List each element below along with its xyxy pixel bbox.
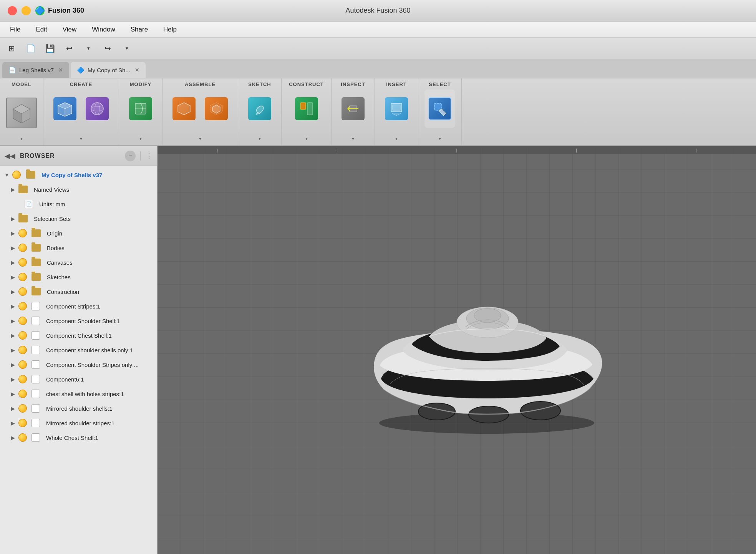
modify-button[interactable] [125,90,156,128]
fusion-logo-icon: 🔷 [35,6,45,16]
tree-component-shoulder-shells-only[interactable]: ▶ Component shoulder shells only:1 [0,343,157,357]
browser-collapse-button[interactable]: ◀◀ [5,152,15,160]
tree-root[interactable]: ▼ My Copy of Shells v37 [0,168,157,182]
3d-viewport[interactable]: | | | | | [158,146,756,554]
menubar: File Edit View Window Share Help [0,22,756,38]
tree-sketches[interactable]: ▶ Sketches [0,270,157,284]
tree-units[interactable]: 📄 Units: mm [0,197,157,211]
3d-object [352,265,621,435]
construction-label: Construction [47,289,154,295]
sketches-expand-icon[interactable]: ▶ [9,274,17,280]
bodies-expand-icon[interactable]: ▶ [9,245,17,251]
sketch-button[interactable] [244,90,275,128]
mirrored-stripes-checkbox[interactable] [32,419,40,427]
menu-help[interactable]: Help [161,24,179,35]
redo-button[interactable]: ↪ [100,41,115,56]
inspect-chevron-icon: ▾ [352,136,354,142]
comp-chest-shell-checkbox[interactable] [32,331,40,340]
comp-shoulder-shell-checkbox[interactable] [32,317,40,325]
named-views-expand-icon[interactable]: ▶ [9,187,17,192]
origin-expand-icon[interactable]: ▶ [9,231,17,236]
comp-stripes-only-expand-icon[interactable]: ▶ [9,362,17,368]
canvases-expand-icon[interactable]: ▶ [9,260,17,265]
comp6-expand-icon[interactable]: ▶ [9,377,17,382]
minimize-button[interactable] [22,6,31,15]
comp-chest-shell-expand-icon[interactable]: ▶ [9,333,17,338]
insert-chevron-icon: ▾ [395,136,398,142]
menu-view[interactable]: View [60,24,79,35]
create-box-button[interactable] [50,90,80,128]
inspect-button[interactable] [338,90,368,128]
new-file-button[interactable]: 📄 [23,41,38,56]
root-expand-icon[interactable]: ▼ [3,172,11,178]
tree-component-shoulder-stripes-only[interactable]: ▶ Component Shoulder Stripes only:... [0,357,157,372]
origin-bulb-icon [18,229,27,237]
mirrored-stripes-expand-icon[interactable]: ▶ [9,420,17,426]
svg-rect-21 [349,106,357,112]
tree-component-chest-shell[interactable]: ▶ Component Chest Shell:1 [0,328,157,343]
svg-rect-23 [393,105,400,110]
grid-view-button[interactable]: ⊞ [4,41,19,56]
sketch-chevron-icon: ▾ [259,136,261,142]
browser-resize-handle[interactable]: ⋮ [146,152,153,160]
tree-component-stripes[interactable]: ▶ Component Stripes:1 [0,299,157,313]
whole-chest-checkbox[interactable] [32,433,40,442]
chest-holes-checkbox[interactable] [32,390,40,398]
tree-component-shoulder-shell[interactable]: ▶ Component Shoulder Shell:1 [0,313,157,328]
tree-mirrored-shoulder-stripes[interactable]: ▶ Mirrored shoulder stripes:1 [0,416,157,430]
tab-leg-shells[interactable]: 📄 Leg Shells v7 ✕ [2,62,69,78]
tree-selection-sets[interactable]: ▶ Selection Sets [0,211,157,226]
model-chevron-icon: ▾ [20,136,23,142]
close-button[interactable] [8,6,17,15]
tree-named-views[interactable]: ▶ Named Views [0,182,157,197]
svg-point-8 [91,103,103,115]
tree-origin[interactable]: ▶ Origin [0,226,157,241]
create-sphere-button[interactable] [82,90,113,128]
comp-shoulder-only-label: Component shoulder shells only:1 [46,347,154,353]
comp-stripes-only-checkbox[interactable] [32,360,40,369]
tree-whole-chest-shell[interactable]: ▶ Whole Chest Shell:1 [0,430,157,445]
assemble-button1[interactable] [169,90,199,128]
tree-mirrored-shoulder-shells[interactable]: ▶ Mirrored shoulder shells:1 [0,401,157,416]
tab1-close-icon[interactable]: ✕ [58,67,63,73]
comp6-checkbox[interactable] [32,375,40,383]
mirrored-shells-expand-icon[interactable]: ▶ [9,406,17,411]
model-button[interactable] [6,94,37,132]
menu-file[interactable]: File [8,24,23,35]
comp-stripes-checkbox[interactable] [32,302,40,310]
comp-shoulder-only-checkbox[interactable] [32,346,40,354]
selection-sets-expand-icon[interactable]: ▶ [9,216,17,222]
undo-dropdown-button[interactable]: ▾ [81,41,96,56]
tree-chest-holes-stripes[interactable]: ▶ chest shell with holes stripes:1 [0,386,157,401]
tree-canvases[interactable]: ▶ Canvases [0,255,157,270]
browser-panel: ◀◀ BROWSER − ⋮ ▼ My Copy of Shells v37 ▶ [0,146,158,554]
construct-button[interactable] [291,90,322,128]
bodies-label: Bodies [47,245,154,251]
save-button[interactable]: 💾 [42,41,58,56]
construction-folder-icon [32,288,41,295]
tab-my-copy[interactable]: 🔷 My Copy of Sh... ✕ [71,62,146,78]
tree-construction[interactable]: ▶ Construction [0,284,157,299]
mirrored-shells-checkbox[interactable] [32,404,40,413]
select-button[interactable] [424,90,455,128]
menu-edit[interactable]: Edit [33,24,49,35]
tree-component6[interactable]: ▶ Component6:1 [0,372,157,386]
sketch-label: SKETCH [248,81,271,87]
redo-dropdown-button[interactable]: ▾ [119,41,134,56]
comp-shoulder-only-expand-icon[interactable]: ▶ [9,347,17,353]
tab2-close-icon[interactable]: ✕ [135,67,139,73]
menu-window[interactable]: Window [90,24,117,35]
tree-bodies[interactable]: ▶ Bodies [0,241,157,255]
comp-shoulder-shell-expand-icon[interactable]: ▶ [9,318,17,324]
undo-button[interactable]: ↩ [61,41,77,56]
inspect-icon [342,97,365,120]
assemble-button2[interactable] [201,90,232,128]
browser-action-button[interactable]: − [125,151,136,161]
menu-share[interactable]: Share [128,24,150,35]
whole-chest-expand-icon[interactable]: ▶ [9,435,17,441]
construction-expand-icon[interactable]: ▶ [9,289,17,295]
insert-button[interactable] [381,90,412,128]
comp-stripes-expand-icon[interactable]: ▶ [9,304,17,309]
chest-holes-expand-icon[interactable]: ▶ [9,391,17,397]
svg-marker-13 [178,103,190,115]
